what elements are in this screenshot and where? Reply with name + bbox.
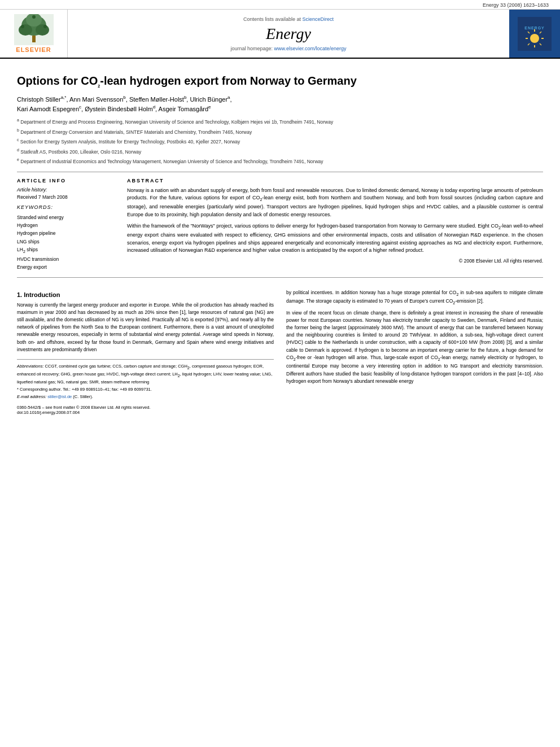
keyword-2: Hydrogen [17,221,116,229]
elsevier-tree-icon [14,14,54,45]
elsevier-logo: ELSEVIER [0,10,68,58]
page: Energy 33 (2008) 1623–1633 [0,0,560,747]
svg-text:ENERGY: ENERGY [524,26,545,30]
article-info-col: ARTICLE INFO Article history: Received 7… [17,178,116,272]
affiliation-d: d Statkraft AS, Postboks 200, Lilleaker,… [17,147,543,156]
sciencedirect-line: Contents lists available at ScienceDirec… [243,16,334,22]
energy-logo-svg: ENERGY [518,17,552,51]
svg-point-4 [36,24,49,36]
journal-center: Contents lists available at ScienceDirec… [68,10,509,58]
divider-2 [17,277,543,278]
keyword-1: Stranded wind energy [17,213,116,221]
abstract-p1: Norway is a nation with an abundant supp… [127,187,543,219]
affiliation-c: c Section for Energy System Analysis, In… [17,137,543,146]
energy-logo-right: ENERGY [509,10,560,58]
energy-logo-inner: ENERGY [518,17,552,51]
keyword-3: Hydrogen pipeline [17,229,116,237]
intro-right-p1: by political incentives. In addition Nor… [286,289,543,307]
article-info-heading: ARTICLE INFO [17,178,116,184]
citation-bar: Energy 33 (2008) 1623–1633 [0,0,560,10]
article-body: Options for CO2-lean hydrogen export fro… [0,59,560,426]
section-1-heading: 1. Introduction [17,291,274,298]
abstract-p2: Within the framework of the "NorWays" pr… [127,222,543,255]
article-meta-section: ARTICLE INFO Article history: Received 7… [17,178,543,272]
email-link[interactable]: stiller@ist.de [47,394,72,399]
intro-p1: Norway is currently the largest energy p… [17,302,274,353]
divider-1 [17,172,543,172]
history-value: Received 7 March 2008 [17,194,116,200]
keyword-7: Energy export [17,263,116,271]
history-label: Article history: [17,187,116,193]
footnote-corresponding: * Corresponding author. Tel.: +49 89 608… [17,386,274,392]
body-right-text: by political incentives. In addition Nor… [286,289,543,385]
body-left-col: 1. Introduction Norway is currently the … [17,289,274,415]
body-right-col: by political incentives. In addition Nor… [286,289,543,415]
homepage-link[interactable]: www.elsevier.com/locate/energy [274,46,347,51]
keywords-section: Keywords: Stranded wind energy Hydrogen … [17,204,116,272]
journal-name: Energy [266,25,311,43]
abstract-heading: ABSTRACT [127,178,543,184]
authors-line: Christoph Stillera,*, Ann Mari Svenssonb… [17,94,543,113]
affiliations: a Department of Energy and Process Engin… [17,117,543,165]
svg-point-3 [19,24,32,36]
footnote-email: E-mail address: stiller@ist.de (C. Still… [17,394,274,400]
footnotes: Abbreviations: CCGT, combined cycle gas … [17,359,274,400]
keyword-5: LH2 ships [17,246,116,255]
journal-header: ELSEVIER Contents lists available at Sci… [0,10,560,59]
body-left-text: Norway is currently the largest energy p… [17,302,274,353]
affiliation-b: b Department of Energy Conversion and Ma… [17,127,543,136]
homepage-line: journal homepage: www.elsevier.com/locat… [230,46,346,51]
elsevier-text: ELSEVIER [16,46,51,53]
article-title: Options for CO2-lean hydrogen export fro… [17,73,543,89]
svg-point-11 [530,34,539,43]
doi-line: doi:10.1016/j.energy.2008.07.004 [17,410,274,415]
copyright-line: © 2008 Elsevier Ltd. All rights reserved… [127,258,543,264]
keywords-heading: Keywords: [17,204,116,210]
intro-right-p2: In view of the recent focus on climate c… [286,309,543,385]
affiliation-e: e Department of Industrial Economics and… [17,156,543,165]
keyword-6: HVDC transmission [17,255,116,263]
svg-rect-1 [32,36,36,42]
sciencedirect-link[interactable]: ScienceDirect [303,16,334,22]
svg-point-8 [32,15,36,19]
abstract-col: ABSTRACT Norway is a nation with an abun… [127,178,543,272]
svg-point-6 [21,25,24,28]
citation-text: Energy 33 (2008) 1623–1633 [483,2,549,8]
abstract-text: Norway is a nation with an abundant supp… [127,187,543,255]
footnote-abbrev: Abbreviations: CCGT, combined cycle gas … [17,363,274,385]
main-body: 1. Introduction Norway is currently the … [17,286,543,415]
keyword-4: LNG ships [17,238,116,246]
bottom-bar: 0360-5442/$ – see front matter © 2008 El… [17,405,274,410]
issn-line: 0360-5442/$ – see front matter © 2008 El… [17,405,151,410]
affiliation-a: a Department of Energy and Process Engin… [17,117,543,126]
svg-point-7 [43,25,47,28]
